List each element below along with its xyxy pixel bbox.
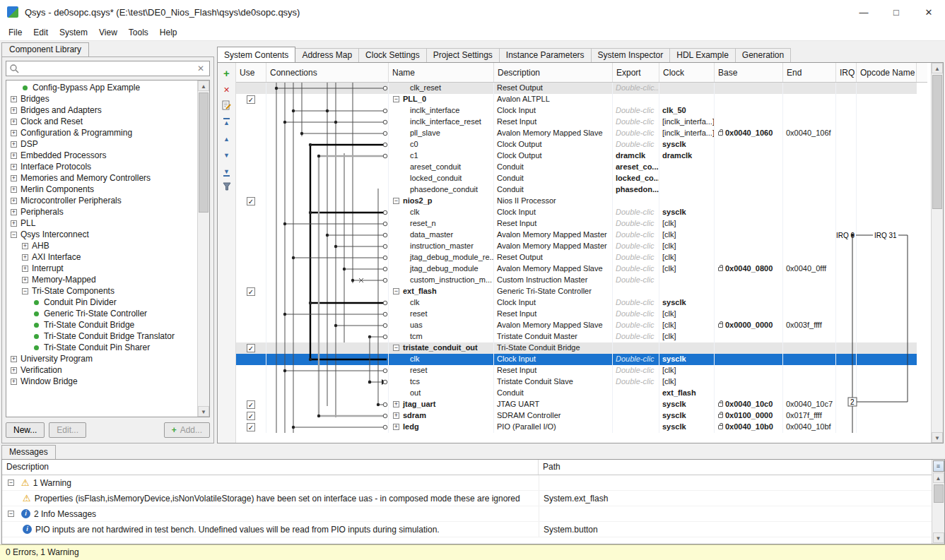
cell-connections[interactable] (266, 410, 389, 422)
cell-base[interactable]: 0x0040_10c0 (715, 399, 783, 410)
menu-help[interactable]: Help (154, 25, 183, 40)
tree-item-pll[interactable]: +PLL (6, 218, 197, 229)
cell-clock[interactable]: [clk] (659, 218, 715, 230)
messages-scroll-thumb[interactable] (934, 484, 944, 503)
expand-icon[interactable]: + (393, 424, 399, 430)
table-row-PLL_0[interactable]: ✓−PLL_0Avalon ALTPLL (236, 94, 917, 105)
cell-clock[interactable] (659, 286, 715, 297)
use-checkbox[interactable]: ✓ (247, 400, 255, 409)
table-row-jtag_debug_module_re[interactable]: jtag_debug_module_re...Reset OutputDoubl… (236, 252, 917, 263)
tree-item-peripherals[interactable]: +Peripherals (6, 206, 197, 218)
cell-base[interactable] (715, 388, 783, 399)
expand-icon[interactable]: + (11, 153, 17, 159)
cell-export[interactable]: Double-clic (613, 320, 659, 331)
cell-clock[interactable] (659, 83, 715, 94)
tree-scroll-thumb[interactable] (199, 93, 209, 213)
tab-messages[interactable]: Messages (1, 445, 56, 459)
message-row[interactable]: −⚠1 Warning (2, 475, 932, 491)
expand-icon[interactable]: + (11, 107, 17, 114)
collapse-icon[interactable]: − (8, 479, 14, 486)
table-row-tcm[interactable]: tcmTristate Conduit MasterDouble-clic[cl… (236, 331, 917, 342)
cell-clock[interactable] (659, 275, 715, 286)
expand-icon[interactable]: + (11, 220, 17, 227)
cell-export[interactable]: Double-clic (613, 331, 659, 342)
expand-icon[interactable]: + (11, 164, 17, 170)
cell-connections[interactable] (266, 173, 389, 184)
minimize-button[interactable]: — (847, 0, 880, 24)
expand-icon[interactable]: + (22, 243, 28, 249)
cell-connections[interactable] (266, 342, 389, 354)
cell-export[interactable] (613, 410, 659, 422)
table-row-reset[interactable]: resetReset InputDouble-clic[clk] (236, 309, 917, 320)
use-checkbox[interactable]: ✓ (247, 423, 255, 431)
column-header-use[interactable]: Use (236, 63, 266, 82)
edit-component-button[interactable]: Edit... (49, 422, 86, 438)
expand-icon[interactable]: + (393, 401, 399, 407)
cell-export[interactable]: Double-clic (613, 117, 659, 128)
cell-clock[interactable]: ext_flash (659, 388, 715, 399)
cell-export[interactable]: Double-clic (613, 230, 659, 241)
use-checkbox[interactable]: ✓ (247, 95, 255, 104)
cell-export[interactable]: Double-clic (613, 128, 659, 139)
cell-export[interactable]: Double-clic (613, 354, 659, 365)
table-row-uas[interactable]: uasAvalon Memory Mapped SlaveDouble-clic… (236, 320, 917, 331)
cell-export[interactable] (613, 196, 659, 207)
cell-connections[interactable] (266, 150, 389, 162)
cell-export[interactable]: Double-clic (613, 241, 659, 252)
table-row-clk[interactable]: clkClock InputDouble-clicsysclk (236, 297, 917, 309)
table-row-reset[interactable]: resetReset InputDouble-clic[clk] (236, 365, 917, 376)
collapse-icon[interactable]: − (393, 198, 399, 204)
column-header-clock[interactable]: Clock (659, 63, 715, 82)
table-row-jtag_debug_module[interactable]: jtag_debug_moduleAvalon Memory Mapped Sl… (236, 263, 917, 275)
move-bottom-button[interactable]: ▼ (221, 165, 233, 177)
cell-clock[interactable]: [inclk_interfa...] (659, 117, 715, 128)
scroll-down-icon[interactable]: ▼ (932, 432, 943, 443)
menu-file[interactable]: File (3, 25, 28, 40)
expand-icon[interactable]: + (11, 356, 17, 362)
tab-generation[interactable]: Generation (735, 48, 791, 62)
cell-base[interactable] (715, 94, 783, 105)
cell-connections[interactable] (266, 230, 389, 241)
tree-item-interface-protocols[interactable]: +Interface Protocols (6, 161, 197, 172)
tab-hdl-example[interactable]: HDL Example (669, 48, 736, 62)
table-row-nios2_p[interactable]: ✓−nios2_pNios II Processor (236, 196, 917, 207)
cell-connections[interactable] (266, 105, 389, 117)
tree-item-axi-interface[interactable]: +AXI Interface (6, 251, 197, 263)
cell-clock[interactable]: sysclk (659, 410, 715, 422)
edit-button[interactable] (221, 100, 233, 112)
table-row-ext_flash[interactable]: ✓−ext_flashGeneric Tri-State Controller (236, 286, 917, 297)
table-row-instruction_master[interactable]: instruction_masterAvalon Memory Mapped M… (236, 241, 917, 252)
cell-export[interactable]: Double-clic (613, 309, 659, 320)
cell-base[interactable] (715, 105, 783, 117)
table-row-phasedone_conduit[interactable]: phasedone_conduitConduitphasedon... (236, 184, 917, 196)
table-row-custom_instruction_m[interactable]: custom_instruction_m...Custom Instructio… (236, 275, 917, 286)
tree-item-config-bypass-app-example[interactable]: Config-Bypass App Example (6, 82, 197, 93)
cell-base[interactable] (715, 173, 783, 184)
expand-icon[interactable]: + (22, 277, 28, 283)
cell-connections[interactable] (266, 117, 389, 128)
cell-connections[interactable] (266, 331, 389, 342)
scroll-down-icon[interactable]: ▼ (198, 406, 209, 417)
tree-item-microcontroller-peripherals[interactable]: +Microcontroller Peripherals (6, 195, 197, 206)
cell-connections[interactable] (266, 388, 389, 399)
cell-clock[interactable]: [clk] (659, 241, 715, 252)
cell-clock[interactable] (659, 196, 715, 207)
cell-base[interactable] (715, 162, 783, 173)
use-checkbox[interactable]: ✓ (247, 344, 255, 352)
column-header-opcode-name[interactable]: Opcode Name (857, 63, 917, 82)
cell-clock[interactable] (659, 173, 715, 184)
tree-item-verification[interactable]: +Verification (6, 364, 197, 376)
cell-base[interactable] (715, 218, 783, 230)
table-row-clk[interactable]: clkClock InputDouble-clicsysclk (236, 207, 917, 218)
cell-export[interactable]: dramclk (613, 150, 659, 162)
table-row-clk[interactable]: clkClock InputDouble-clicsysclk (236, 354, 917, 365)
cell-connections[interactable] (266, 309, 389, 320)
cell-clock[interactable] (659, 94, 715, 105)
table-row-inclk_interface_reset[interactable]: inclk_interface_resetReset InputDouble-c… (236, 117, 917, 128)
tree-item-bridges-and-adapters[interactable]: +Bridges and Adapters (6, 105, 197, 116)
cell-connections[interactable] (266, 320, 389, 331)
tab-clock-settings[interactable]: Clock Settings (358, 48, 427, 62)
table-row-c1[interactable]: c1Clock Outputdramclkdramclk (236, 150, 917, 162)
tree-item-tri-state-conduit-pin-sharer[interactable]: Tri-State Conduit Pin Sharer (6, 342, 197, 353)
cell-connections[interactable] (266, 207, 389, 218)
